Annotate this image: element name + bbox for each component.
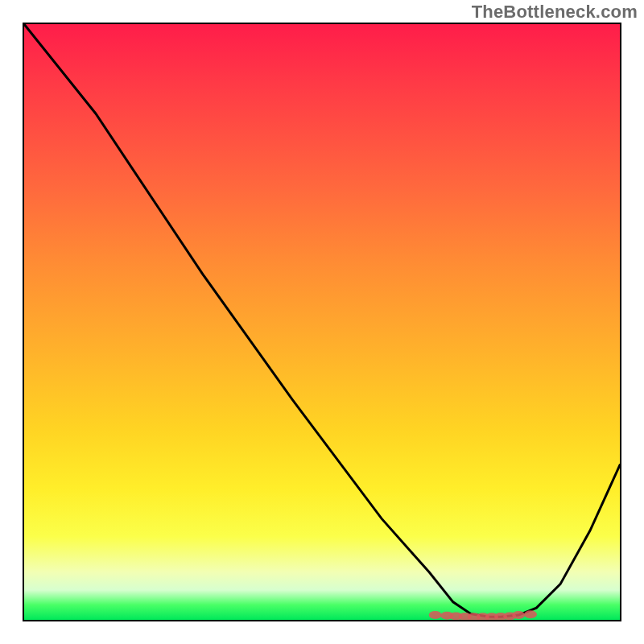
chart-canvas: TheBottleneck.com	[0, 0, 644, 644]
optimal-marker	[429, 611, 442, 619]
plot-area	[23, 23, 621, 621]
curve-overlay	[24, 24, 620, 620]
watermark-text: TheBottleneck.com	[472, 2, 638, 23]
optimal-marker	[512, 611, 525, 619]
bottleneck-curve-path	[24, 24, 620, 617]
optimal-marker	[524, 610, 537, 618]
optimal-zone-markers	[429, 610, 537, 620]
